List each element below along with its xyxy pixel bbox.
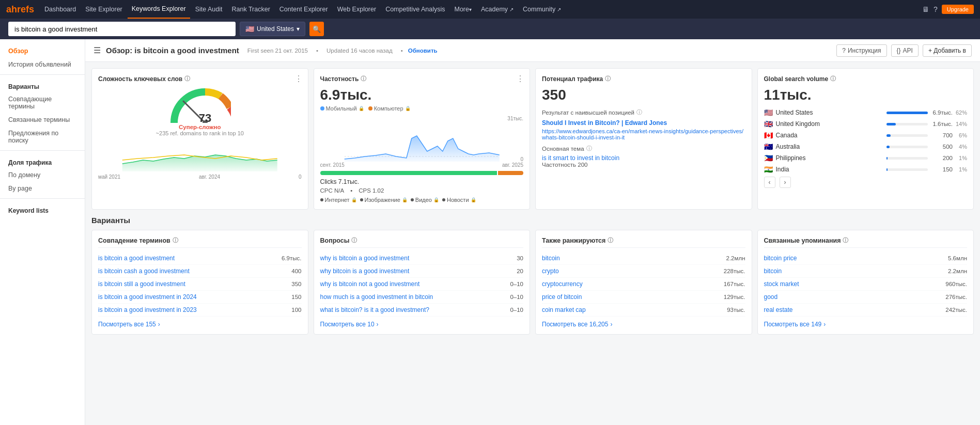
help-icon[interactable]: ?	[934, 5, 938, 13]
col-info-0[interactable]: ⓘ	[173, 237, 178, 244]
monitor-icon[interactable]: 🖥	[922, 5, 929, 13]
country-selector[interactable]: 🇺🇸 United States ▾	[240, 22, 305, 36]
variant-val-0-0: 6.9тыс.	[282, 255, 301, 261]
sidebar-divider-3	[0, 198, 85, 199]
sidebar-item-matching-terms[interactable]: Совпадающие термины	[0, 92, 85, 113]
view-all-2[interactable]: Посмотреть все 16,205 ›	[542, 321, 745, 328]
nav-keywords-explorer[interactable]: Keywords Explorer	[128, 0, 190, 19]
search-button[interactable]: 🔍	[309, 22, 324, 36]
volume-chart-svg	[320, 123, 524, 164]
variant-link-1-4[interactable]: what is bitcoin? is it a good investment…	[320, 306, 506, 313]
variant-link-3-1[interactable]: bitcoin	[764, 267, 944, 275]
main-content: ☰ Обзор: is bitcoin a good investment Fi…	[85, 39, 980, 425]
country-bar-5	[886, 168, 888, 171]
variant-col-title-0: Совпадение терминов ⓘ	[98, 237, 302, 248]
country-pct-0: 62%	[953, 109, 967, 116]
nav-site-audit[interactable]: Site Audit	[191, 0, 227, 19]
volume-number: 6.9тыс.	[320, 87, 524, 103]
nav-academy[interactable]: Academy↗	[477, 0, 518, 19]
sidebar-item-search-suggestions[interactable]: Предложения по поиску	[0, 127, 85, 147]
col-info-2[interactable]: ⓘ	[608, 237, 613, 244]
country-pct-2: 6%	[953, 132, 967, 138]
sidebar-item-ad-history[interactable]: История объявлений	[0, 58, 85, 71]
country-name-5: India	[776, 166, 883, 173]
difficulty-card-menu[interactable]: ⋮	[294, 74, 303, 84]
difficulty-info-icon[interactable]: ⓘ	[184, 75, 190, 83]
variants-grid: Совпадение терминов ⓘ is bitcoin a good …	[91, 230, 974, 335]
country-label: United States	[257, 25, 294, 33]
nav-rank-tracker[interactable]: Rank Tracker	[227, 0, 274, 19]
variant-link-2-1[interactable]: crypto	[542, 267, 720, 275]
api-icon: {}	[897, 47, 901, 54]
update-link[interactable]: Обновить	[408, 48, 438, 54]
view-all-3[interactable]: Посмотреть все 149 ›	[764, 321, 968, 328]
col-info-3[interactable]: ⓘ	[843, 237, 848, 244]
difficulty-card-title: Сложность ключевых слов ⓘ	[98, 75, 302, 83]
variant-link-3-0[interactable]: bitcoin price	[764, 255, 944, 262]
sidebar-item-related-terms[interactable]: Связанные термины	[0, 113, 85, 127]
variant-link-2-4[interactable]: coin market cap	[542, 306, 723, 313]
country-name-0: United States	[776, 109, 883, 116]
variant-link-1-1[interactable]: why bitcoin is a good investment	[320, 267, 513, 275]
sidebar-item-by-page[interactable]: By page	[0, 182, 85, 195]
instruction-button[interactable]: ? Инструкция	[836, 44, 886, 57]
news-tag: Новости🔒	[442, 197, 476, 203]
variant-link-0-3[interactable]: is bitcoin a good investment in 2024	[98, 293, 287, 301]
view-all-1[interactable]: Посмотреть все 10 ›	[320, 321, 524, 328]
top-result-info[interactable]: ⓘ	[636, 108, 642, 116]
top-result-link[interactable]: Should I Invest in Bitcoin? | Edward Jon…	[542, 119, 745, 127]
variant-col-0: Совпадение терминов ⓘ is bitcoin a good …	[91, 230, 308, 335]
sidebar-item-overview[interactable]: Обзор	[0, 44, 85, 58]
volume-card-title: Частотность ⓘ	[320, 75, 524, 83]
variant-link-3-4[interactable]: real estate	[764, 306, 942, 313]
nav-right-actions: 🖥 ? Upgrade	[922, 5, 974, 14]
nav-more[interactable]: More	[450, 0, 475, 19]
add-button[interactable]: + Добавить в	[923, 44, 972, 57]
prev-page-button[interactable]: ‹	[764, 177, 775, 188]
volume-info-icon[interactable]: ⓘ	[361, 75, 366, 83]
next-page-button[interactable]: ›	[780, 177, 791, 188]
upgrade-button[interactable]: Upgrade	[942, 5, 974, 14]
variant-link-2-2[interactable]: cryptocurrency	[542, 280, 720, 288]
global-info-icon[interactable]: ⓘ	[830, 75, 836, 83]
country-vol-4: 200	[932, 155, 953, 161]
nav-content-explorer[interactable]: Content Explorer	[275, 0, 332, 19]
variant-link-1-2[interactable]: why is bitcoin not a good investment	[320, 280, 506, 288]
api-button[interactable]: {} API	[891, 44, 919, 57]
col-info-1[interactable]: ⓘ	[351, 237, 357, 244]
country-list: 🇺🇸 United States 6.9тыс. 62% 🇬🇧 United K…	[764, 108, 968, 174]
nav-community[interactable]: Community↗	[519, 0, 565, 19]
volume-card: Частотность ⓘ ⋮ 6.9тыс. Мобильный 🔒 Комп…	[314, 68, 531, 210]
lock-internet: 🔒	[351, 197, 357, 202]
variant-link-0-2[interactable]: is bitcoin still a good investment	[98, 280, 287, 288]
nav-web-explorer[interactable]: Web Explorer	[333, 0, 381, 19]
variant-link-3-3[interactable]: good	[764, 293, 942, 301]
nav-dashboard[interactable]: Dashboard	[40, 0, 80, 19]
variant-link-0-1[interactable]: is bitcoin cash a good investment	[98, 267, 287, 275]
variant-link-3-2[interactable]: stock market	[764, 280, 942, 288]
nav-site-explorer[interactable]: Site Explorer	[81, 0, 127, 19]
hamburger-icon[interactable]: ☰	[94, 45, 101, 55]
cps-label: CPS 1.02	[359, 187, 384, 194]
variant-link-0-0[interactable]: is bitcoin a good investment	[98, 255, 277, 262]
variant-link-2-0[interactable]: bitcoin	[542, 255, 722, 262]
volume-card-menu[interactable]: ⋮	[516, 74, 524, 84]
topic-link[interactable]: is it smart to invest in bitcoin	[542, 154, 619, 162]
country-pct-4: 1%	[953, 155, 967, 161]
nav-competitive-analysis[interactable]: Competitive Analysis	[381, 0, 449, 19]
search-input[interactable]	[8, 22, 236, 36]
variant-link-2-3[interactable]: price of bitcoin	[542, 293, 720, 301]
top-result-url[interactable]: https://www.edwardjones.ca/ca-en/market-…	[542, 128, 745, 140]
view-all-0[interactable]: Посмотреть все 155 ›	[98, 321, 302, 328]
variant-link-1-3[interactable]: how much is a good investment in bitcoin	[320, 293, 506, 301]
variant-val-0-3: 150	[291, 294, 301, 300]
traffic-info-icon[interactable]: ⓘ	[605, 75, 611, 83]
variant-link-1-0[interactable]: why is bitcoin a good investment	[320, 255, 513, 262]
variant-link-0-4[interactable]: is bitcoin a good investment in 2023	[98, 306, 287, 313]
country-flag: 🇺🇸	[245, 25, 254, 33]
variant-val-0-2: 350	[291, 281, 301, 287]
sidebar-item-by-domain[interactable]: По домену	[0, 168, 85, 182]
svg-text:73: 73	[199, 112, 211, 123]
country-name-2: Canada	[776, 132, 883, 139]
topic-info[interactable]: ⓘ	[586, 145, 592, 152]
